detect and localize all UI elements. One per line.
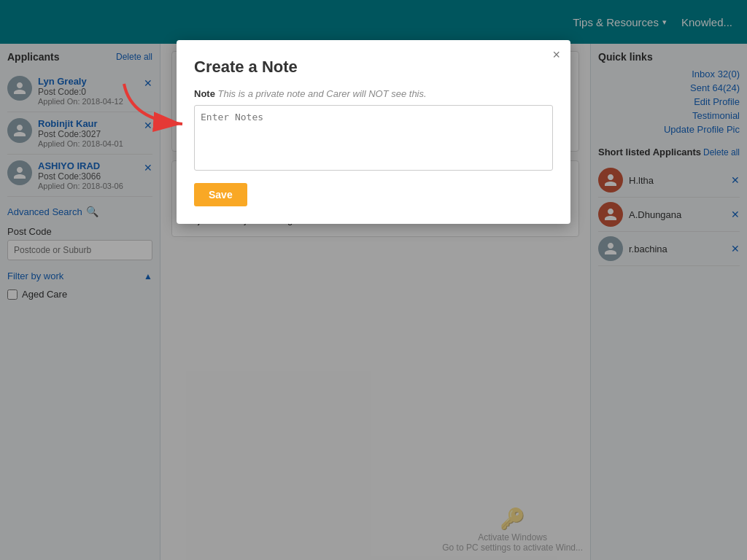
modal-overlay: × Create a Note Note This is a private n… (0, 0, 747, 560)
note-label: Note This is a private note and Carer wi… (194, 88, 553, 99)
modal-title: Create a Note (194, 58, 553, 77)
create-note-modal: × Create a Note Note This is a private n… (177, 40, 570, 224)
note-bold: Note (194, 88, 215, 99)
save-button[interactable]: Save (194, 183, 247, 206)
note-private-text: This is a private note and Carer will NO… (218, 88, 427, 99)
note-textarea[interactable] (194, 105, 553, 171)
modal-close-button[interactable]: × (552, 47, 560, 63)
